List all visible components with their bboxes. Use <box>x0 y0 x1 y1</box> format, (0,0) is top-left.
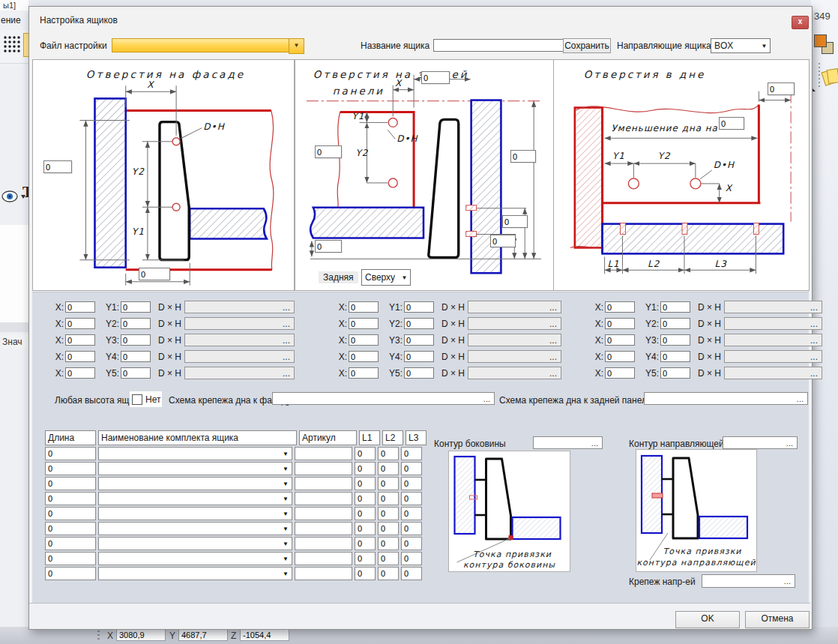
back-position-combobox[interactable]: Сверху ▼ <box>361 269 411 286</box>
grip-dots-icon[interactable] <box>97 631 100 641</box>
l1-input[interactable] <box>355 462 376 475</box>
x-input[interactable] <box>605 367 635 379</box>
y-input[interactable] <box>404 318 434 329</box>
y-input[interactable] <box>660 334 690 346</box>
dh-field[interactable]: ... <box>724 334 822 346</box>
drawer-set-combobox[interactable]: ▼ <box>98 462 292 475</box>
dh-field[interactable]: ... <box>724 350 822 363</box>
facade-offset-input[interactable] <box>139 268 170 280</box>
browse-dots[interactable]: ... <box>810 302 818 313</box>
article-input[interactable] <box>295 447 352 460</box>
browse-dots[interactable]: ... <box>549 319 557 329</box>
l2-input[interactable] <box>378 507 399 520</box>
y-input[interactable] <box>121 351 151 362</box>
l1-input[interactable] <box>355 552 376 565</box>
side-contour-field[interactable]: ... <box>533 436 603 449</box>
drawer-set-combobox[interactable]: ▼ <box>98 477 292 490</box>
y-input[interactable] <box>404 367 434 379</box>
chevron-down-icon[interactable]: ▼ <box>280 481 292 487</box>
y-input[interactable] <box>660 367 690 379</box>
x-input[interactable] <box>605 318 635 329</box>
dh-field[interactable]: ... <box>468 301 561 313</box>
l1-input[interactable] <box>355 537 376 550</box>
length-input[interactable] <box>45 537 96 550</box>
browse-dots[interactable]: ... <box>591 439 598 448</box>
ok-button[interactable]: OK <box>675 611 740 628</box>
y-input[interactable] <box>660 318 690 329</box>
copy-icon[interactable] <box>814 34 837 57</box>
l2-input[interactable] <box>378 462 399 475</box>
l3-input[interactable] <box>401 552 422 565</box>
coord-x-input[interactable] <box>116 628 166 641</box>
browse-dots[interactable]: ... <box>810 335 818 346</box>
drawer-set-combobox[interactable]: ▼ <box>98 492 292 505</box>
l2-input[interactable] <box>378 522 399 535</box>
chevron-down-icon[interactable]: ▼ <box>280 511 292 517</box>
settings-file-value[interactable] <box>112 38 289 52</box>
length-input[interactable] <box>45 507 96 520</box>
x-input[interactable] <box>605 334 635 346</box>
drawer-set-input[interactable] <box>99 478 280 489</box>
browse-dots[interactable]: ... <box>797 394 804 403</box>
l2-input[interactable] <box>378 552 399 565</box>
chevron-down-icon[interactable]: ▼ <box>280 556 292 562</box>
l1-input[interactable] <box>355 492 376 505</box>
dots-grid-icon[interactable] <box>2 34 22 54</box>
chevron-down-icon[interactable]: ▼ <box>759 43 770 49</box>
bottom-topright-input[interactable] <box>768 82 795 95</box>
drawer-set-input[interactable] <box>99 553 280 564</box>
chevron-down-icon[interactable]: ▼ <box>280 496 292 502</box>
browse-dots[interactable]: ... <box>549 352 557 362</box>
dh-field[interactable]: ... <box>724 367 822 379</box>
any-height-checkbox[interactable] <box>132 394 142 405</box>
chevron-down-icon[interactable]: ▼ <box>280 541 292 547</box>
l3-input[interactable] <box>401 537 422 550</box>
x-input[interactable] <box>605 351 635 362</box>
l1-input[interactable] <box>355 447 376 460</box>
dh-field[interactable]: ... <box>184 334 295 346</box>
drawer-set-input[interactable] <box>99 508 280 519</box>
browse-dots[interactable]: ... <box>283 335 290 346</box>
rail-fix-field[interactable]: ... <box>702 574 795 588</box>
chevron-down-icon[interactable]: ▼ <box>289 38 304 54</box>
l3-input[interactable] <box>401 522 422 535</box>
browse-dots[interactable]: ... <box>810 352 818 362</box>
browse-dots[interactable]: ... <box>786 439 793 448</box>
y-input[interactable] <box>404 301 434 313</box>
length-input[interactable] <box>45 492 96 505</box>
article-input[interactable] <box>295 462 352 475</box>
chevron-down-icon[interactable]: ▼ <box>280 466 292 472</box>
drawer-set-input[interactable] <box>99 493 280 504</box>
back-right-input[interactable] <box>510 150 536 163</box>
article-input[interactable] <box>295 507 352 520</box>
sheets-icon[interactable] <box>823 66 838 88</box>
drawer-set-combobox[interactable]: ▼ <box>98 522 292 535</box>
coord-z-input[interactable] <box>240 628 289 641</box>
bottom-reduce-input[interactable] <box>719 117 744 130</box>
dh-field[interactable]: ... <box>184 317 295 330</box>
chevron-down-icon[interactable]: ▼ <box>399 274 410 281</box>
length-input[interactable] <box>45 477 96 490</box>
article-input[interactable] <box>295 567 352 580</box>
y-input[interactable] <box>121 334 151 346</box>
length-input[interactable] <box>45 552 96 565</box>
dh-field[interactable]: ... <box>468 367 561 379</box>
dh-field[interactable]: ... <box>184 367 295 379</box>
browse-dots[interactable]: ... <box>283 368 290 379</box>
drawer-set-combobox[interactable]: ▼ <box>98 447 292 460</box>
chevron-down-icon[interactable]: ▼ <box>280 451 292 457</box>
l3-input[interactable] <box>401 477 422 490</box>
dh-field[interactable]: ... <box>184 350 295 363</box>
y-input[interactable] <box>404 351 434 362</box>
close-icon[interactable]: x <box>792 16 809 29</box>
x-input[interactable] <box>349 318 379 329</box>
article-input[interactable] <box>295 522 352 535</box>
drawer-set-combobox[interactable]: ▼ <box>98 552 292 565</box>
l3-input[interactable] <box>401 492 422 505</box>
drawer-set-input[interactable] <box>99 523 280 534</box>
coord-y-input[interactable] <box>178 628 228 641</box>
y-input[interactable] <box>404 334 434 346</box>
back-screw1-input[interactable] <box>502 215 528 228</box>
l1-input[interactable] <box>355 522 376 535</box>
settings-file-combobox[interactable]: ▼ <box>112 38 304 52</box>
